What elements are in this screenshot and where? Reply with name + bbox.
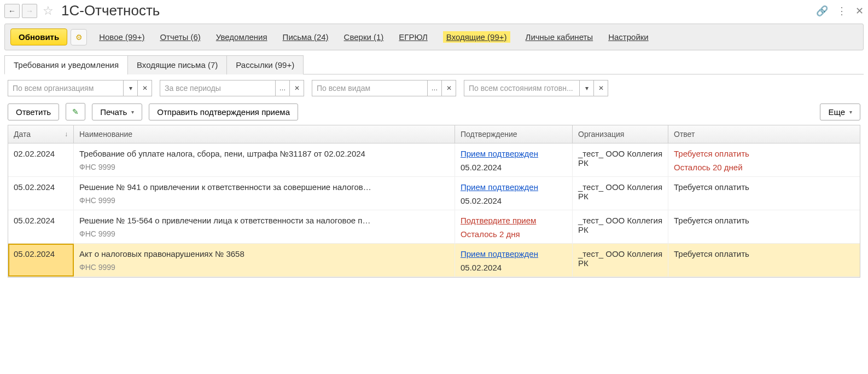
- refresh-button[interactable]: Обновить: [10, 28, 67, 45]
- filter-type-input[interactable]: [312, 80, 427, 96]
- settings-gear-button[interactable]: ⚙: [71, 29, 87, 45]
- page-title: 1С-Отчетность: [61, 2, 160, 19]
- response-text: Требуется оплатить: [674, 249, 854, 258]
- table-row[interactable]: 02.02.2024Требование об уплате налога, с…: [8, 143, 860, 177]
- filter-status-input[interactable]: [464, 80, 579, 96]
- tab-strip: Требования и уведомленияВходящие письма …: [4, 55, 864, 74]
- cell-date: 05.02.2024: [8, 210, 74, 243]
- send-confirmations-button[interactable]: Отправить подтверждения приема: [149, 103, 298, 120]
- arrow-left-icon: ←: [8, 7, 16, 15]
- filter-period: … ✕: [160, 80, 304, 96]
- data-grid: Дата ↓ Наименование Подтверждение Органи…: [8, 125, 860, 278]
- reply-button[interactable]: Ответить: [8, 103, 59, 120]
- clear-button[interactable]: ✕: [593, 80, 608, 96]
- back-button[interactable]: ←: [4, 4, 20, 18]
- sort-descending-icon: ↓: [65, 130, 68, 138]
- column-header-response[interactable]: Ответ: [668, 125, 860, 143]
- nav-link[interactable]: Личные кабинеты: [526, 32, 593, 42]
- clear-button[interactable]: ✕: [441, 80, 456, 96]
- ellipsis-icon: …: [432, 84, 438, 92]
- clear-button[interactable]: ✕: [289, 80, 304, 96]
- response-text: Требуется оплатить: [674, 149, 854, 158]
- print-label: Печать: [100, 107, 127, 117]
- nav-link[interactable]: Уведомления: [216, 32, 267, 42]
- ellipsis-icon: …: [279, 84, 286, 92]
- table-row[interactable]: 05.02.2024Акт о налоговых правонарушения…: [8, 244, 860, 277]
- nav-link[interactable]: ЕГРЮЛ: [399, 32, 427, 42]
- filter-type: … ✕: [312, 80, 456, 96]
- gear-icon: ⚙: [75, 33, 83, 42]
- column-header-confirmation[interactable]: Подтверждение: [455, 125, 573, 143]
- confirmation-sub: Осталось 2 дня: [461, 229, 567, 239]
- table-row[interactable]: 05.02.2024Решение № 15-564 о привлечении…: [8, 210, 860, 244]
- pencil-icon: ✎: [72, 107, 79, 116]
- confirmation-link[interactable]: Подтвердите прием: [461, 216, 567, 225]
- cell-organization: _тест_ ООО Коллегия РК: [573, 177, 668, 210]
- nav-link[interactable]: Настройки: [608, 32, 649, 42]
- item-source: ФНС 9999: [79, 196, 449, 205]
- item-source: ФНС 9999: [79, 229, 449, 238]
- nav-link[interactable]: Письма (24): [283, 32, 329, 42]
- more-button[interactable]: Еще ▾: [820, 103, 860, 120]
- item-source: ФНС 9999: [79, 263, 449, 272]
- star-icon[interactable]: ☆: [43, 4, 54, 18]
- arrow-right-icon: →: [26, 7, 33, 15]
- item-title: Требование об уплате налога, сбора, пени…: [79, 149, 449, 158]
- cell-response: Требуется оплатитьОсталось 20 дней: [668, 143, 860, 176]
- confirmation-sub: 05.02.2024: [461, 163, 567, 172]
- filter-status: ▾ ✕: [464, 80, 608, 96]
- dropdown-button[interactable]: ▾: [123, 80, 137, 96]
- column-header-name[interactable]: Наименование: [74, 125, 455, 143]
- confirmation-link[interactable]: Прием подтвержден: [461, 149, 567, 158]
- close-icon: ✕: [294, 84, 300, 92]
- response-text: Требуется оплатить: [674, 216, 854, 225]
- cell-name: Акт о налоговых правонарушениях № 3658ФН…: [74, 244, 455, 277]
- nav-link[interactable]: Отчеты (6): [160, 32, 200, 42]
- cell-name: Требование об уплате налога, сбора, пени…: [74, 143, 455, 176]
- column-label: Наименование: [79, 130, 132, 139]
- column-header-date[interactable]: Дата ↓: [8, 125, 74, 143]
- column-header-organization[interactable]: Организация: [573, 125, 668, 143]
- dropdown-button[interactable]: ▾: [579, 80, 593, 96]
- action-row: Ответить ✎ Печать ▾ Отправить подтвержде…: [0, 96, 868, 125]
- table-row[interactable]: 05.02.2024Решение № 941 о привлечении к …: [8, 177, 860, 210]
- cell-organization: _тест_ ООО Коллегия РК: [573, 143, 668, 176]
- item-title: Акт о налоговых правонарушениях № 3658: [79, 249, 449, 258]
- cell-name: Решение № 941 о привлечении к ответствен…: [74, 177, 455, 210]
- response-sub: Осталось 20 дней: [674, 163, 854, 172]
- ellipsis-button[interactable]: …: [275, 80, 289, 96]
- close-icon: ✕: [142, 84, 148, 92]
- filter-organization: ▾ ✕: [8, 80, 152, 96]
- clear-button[interactable]: ✕: [137, 80, 152, 96]
- tab[interactable]: Входящие письма (7): [127, 55, 227, 74]
- cell-date: 05.02.2024: [8, 244, 74, 277]
- forward-button[interactable]: →: [22, 4, 37, 18]
- print-button[interactable]: Печать ▾: [92, 103, 142, 120]
- tab[interactable]: Требования и уведомления: [4, 55, 128, 74]
- cell-response: Требуется оплатить: [668, 177, 860, 210]
- cell-confirmation: Подтвердите приемОсталось 2 дня: [455, 210, 573, 243]
- confirmation-link[interactable]: Прием подтвержден: [461, 249, 567, 258]
- chevron-down-icon: ▾: [585, 84, 589, 92]
- filter-organization-input[interactable]: [8, 80, 123, 96]
- column-label: Дата: [14, 130, 31, 139]
- kebab-icon[interactable]: ⋮: [837, 5, 847, 17]
- more-label: Еще: [828, 107, 845, 117]
- title-bar: ← → ☆ 1С-Отчетность 🔗 ⋮ ✕: [0, 0, 868, 21]
- ellipsis-button[interactable]: …: [427, 80, 441, 96]
- main-toolbar: Обновить ⚙ Новое (99+)Отчеты (6)Уведомле…: [4, 24, 864, 50]
- nav-link[interactable]: Входящие (99+): [443, 31, 510, 43]
- nav-link[interactable]: Сверки (1): [344, 32, 384, 42]
- grid-header: Дата ↓ Наименование Подтверждение Органи…: [8, 125, 860, 143]
- link-icon[interactable]: 🔗: [816, 5, 828, 17]
- cell-date: 02.02.2024: [8, 143, 74, 176]
- cell-confirmation: Прием подтвержден05.02.2024: [455, 177, 573, 210]
- tab[interactable]: Рассылки (99+): [226, 55, 304, 74]
- item-source: ФНС 9999: [79, 163, 449, 171]
- filter-period-input[interactable]: [160, 80, 275, 96]
- close-icon[interactable]: ✕: [855, 5, 864, 17]
- nav-link[interactable]: Новое (99+): [99, 32, 144, 42]
- confirmation-link[interactable]: Прием подтвержден: [461, 182, 567, 192]
- cell-date: 05.02.2024: [8, 177, 74, 210]
- edit-button[interactable]: ✎: [66, 103, 85, 120]
